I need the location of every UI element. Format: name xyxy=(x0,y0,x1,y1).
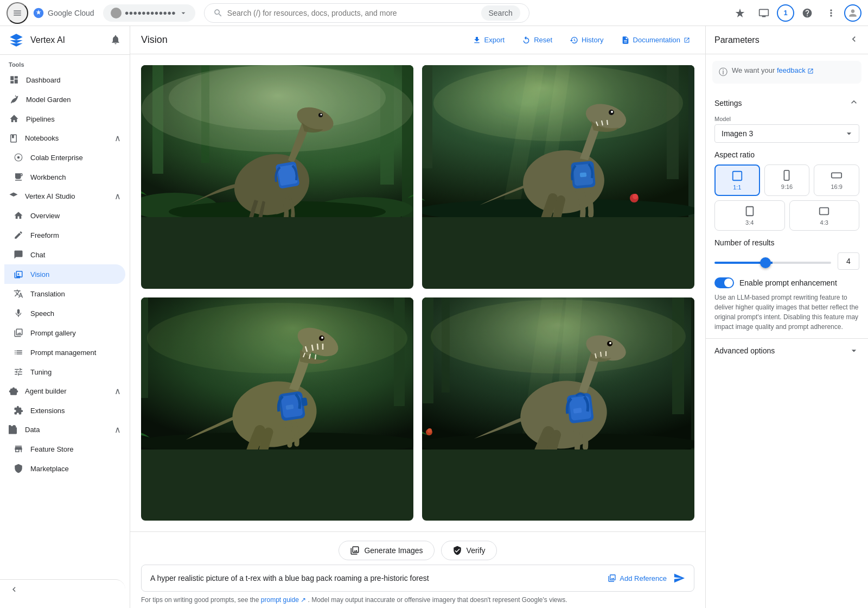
data-section[interactable]: Data ∧ xyxy=(0,420,130,439)
sidebar-item-freeform[interactable]: Freeform xyxy=(4,225,125,245)
bottom-toolbar: Generate Images Verify A hyper realistic… xyxy=(130,531,705,608)
chat-label: Chat xyxy=(30,251,45,259)
slider-row: 4 xyxy=(714,252,859,270)
generate-row: Generate Images Verify xyxy=(141,541,694,560)
sidebar-item-translation[interactable]: Translation xyxy=(4,284,125,303)
documentation-btn[interactable]: Documentation xyxy=(617,33,694,48)
app-layout: Vertex AI Tools Dashboard Model Garden P… xyxy=(0,26,868,608)
external-link-icon xyxy=(684,37,690,43)
feature-store-icon xyxy=(13,444,24,454)
feature-store-label: Feature Store xyxy=(30,445,74,453)
collapse-params-btn[interactable] xyxy=(848,34,859,46)
generate-btn-label: Generate Images xyxy=(364,546,423,555)
sidebar-title: Vertex AI xyxy=(30,35,65,45)
menu-icon[interactable] xyxy=(7,2,28,24)
ar-4-3[interactable]: 4:3 xyxy=(789,200,860,231)
documentation-label: Documentation xyxy=(633,36,680,44)
project-selector[interactable]: ●●●●●●●●●●●● xyxy=(103,4,195,22)
aspect-ratio-options-row2: 3:4 4:3 xyxy=(714,200,859,231)
ar-1-1[interactable]: 1:1 xyxy=(714,164,760,196)
notebooks-chevron: ∧ xyxy=(114,133,121,143)
more-vert-btn[interactable] xyxy=(820,2,842,24)
account-badge[interactable]: 1 xyxy=(777,4,794,22)
sidebar-item-marketplace[interactable]: Marketplace xyxy=(4,459,125,478)
sidebar-item-vision[interactable]: Vision xyxy=(4,264,125,284)
sidebar-item-chat[interactable]: Chat xyxy=(4,245,125,264)
params-title: Parameters xyxy=(714,35,848,45)
verify-btn[interactable]: Verify xyxy=(441,541,497,560)
generate-images-btn[interactable]: Generate Images xyxy=(339,541,434,560)
feedback-text: We want your feedback xyxy=(732,66,814,74)
feedback-banner: ⓘ We want your feedback xyxy=(712,61,861,84)
prompt-guide-link[interactable]: prompt guide ↗ xyxy=(261,596,306,604)
colab-icon xyxy=(13,152,24,163)
send-btn[interactable] xyxy=(673,572,685,584)
sidebar-item-dashboard[interactable]: Dashboard xyxy=(0,70,125,90)
enhancement-field: Enable prompt enhancement Use an LLM-bas… xyxy=(714,277,859,332)
results-slider[interactable] xyxy=(714,262,831,264)
notebooks-icon xyxy=(9,134,18,143)
svg-rect-40 xyxy=(413,297,413,449)
svg-rect-51 xyxy=(301,397,308,406)
user-avatar[interactable] xyxy=(844,4,861,22)
image-cell-3[interactable] xyxy=(141,297,413,521)
sidebar-item-collapse[interactable] xyxy=(0,579,125,599)
svg-rect-34 xyxy=(580,172,587,177)
search-button[interactable]: Search xyxy=(481,5,520,21)
sidebar-item-feature-store[interactable]: Feature Store xyxy=(4,439,125,459)
model-garden-icon xyxy=(9,94,20,105)
sidebar-item-overview[interactable]: Overview xyxy=(4,206,125,225)
sidebar-item-prompt-management[interactable]: Prompt management xyxy=(4,343,125,362)
ar-16-9[interactable]: 16:9 xyxy=(814,164,859,196)
history-btn[interactable]: History xyxy=(565,33,608,48)
image-cell-1[interactable] xyxy=(141,65,413,289)
notebooks-section[interactable]: Notebooks ∧ xyxy=(0,129,130,148)
ar-3-4[interactable]: 3:4 xyxy=(714,200,785,231)
sidebar-item-workbench[interactable]: Workbench xyxy=(4,167,125,187)
export-btn[interactable]: Export xyxy=(468,33,509,48)
sidebar-item-prompt-gallery[interactable]: Prompt gallery xyxy=(4,323,125,343)
collapse-settings-btn[interactable] xyxy=(848,97,859,109)
topbar-icons: 1 xyxy=(729,2,861,24)
sidebar-item-tuning[interactable]: Tuning xyxy=(4,362,125,382)
sidebar: Vertex AI Tools Dashboard Model Garden P… xyxy=(0,26,130,608)
ar-9-16[interactable]: 9:16 xyxy=(764,164,810,196)
params-header: Parameters xyxy=(706,26,868,54)
bell-icon[interactable] xyxy=(110,34,121,47)
sidebar-item-pipelines[interactable]: Pipelines xyxy=(0,109,125,129)
search-input[interactable] xyxy=(227,9,477,17)
translation-icon xyxy=(13,288,24,299)
slider-container xyxy=(714,257,831,265)
tools-section-label: Tools xyxy=(0,55,130,70)
translation-label: Translation xyxy=(30,290,65,298)
sidebar-item-extensions[interactable]: Extensions xyxy=(4,401,125,420)
add-reference-btn[interactable]: Add Reference xyxy=(608,574,667,582)
image-cell-4[interactable] xyxy=(422,297,694,521)
vision-title: Vision xyxy=(141,34,168,46)
aspect-ratio-options-row1: 1:1 9:16 16:9 xyxy=(714,164,859,196)
vertex-studio-section[interactable]: Vertex AI Studio ∧ xyxy=(0,187,130,206)
sparkle-btn[interactable] xyxy=(729,2,751,24)
sidebar-item-model-garden[interactable]: Model Garden xyxy=(0,90,125,109)
advanced-chevron-icon xyxy=(848,345,859,356)
advanced-options-header[interactable]: Advanced options xyxy=(706,339,868,363)
search-bar[interactable]: Search xyxy=(204,3,529,23)
sidebar-header: Vertex AI xyxy=(0,26,130,55)
sidebar-item-colab[interactable]: Colab Enterprise xyxy=(4,148,125,167)
enhance-toggle[interactable] xyxy=(714,277,734,288)
image-cell-2[interactable] xyxy=(422,65,694,289)
agent-builder-section[interactable]: Agent builder ∧ xyxy=(0,382,130,401)
ar-9-16-icon xyxy=(781,169,793,181)
aspect-ratio-label: Aspect ratio xyxy=(714,150,859,159)
reset-btn[interactable]: Reset xyxy=(518,33,557,48)
project-dot xyxy=(111,8,122,18)
svg-rect-76 xyxy=(820,208,829,215)
display-btn[interactable] xyxy=(753,2,775,24)
sidebar-item-speech[interactable]: Speech xyxy=(4,303,125,323)
prompt-input[interactable]: A hyper realistic picture of a t-rex wit… xyxy=(150,572,601,585)
settings-section: Settings Model Imagen 3 Imagen 2 Imagen … xyxy=(706,90,868,339)
help-btn[interactable] xyxy=(796,2,818,24)
svg-rect-23 xyxy=(688,65,694,217)
feedback-link[interactable]: feedback xyxy=(777,66,806,74)
model-select[interactable]: Imagen 3 Imagen 2 Imagen 1 xyxy=(714,124,859,143)
